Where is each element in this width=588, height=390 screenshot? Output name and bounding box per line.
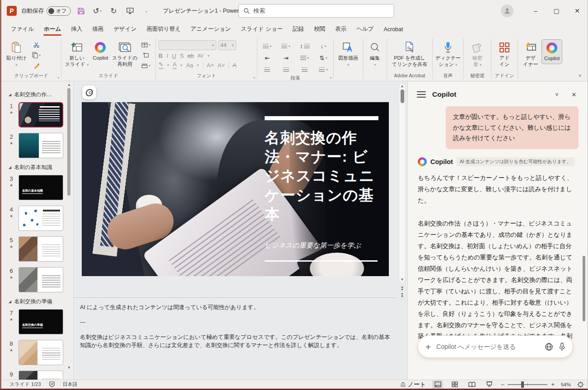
tab-animations[interactable]: アニメーション bbox=[186, 22, 236, 36]
shrink-font-button[interactable]: A˅ bbox=[218, 62, 225, 69]
slideshow-view-button[interactable] bbox=[484, 380, 495, 389]
search-box[interactable]: 検索 bbox=[238, 4, 394, 18]
highlight-button[interactable]: ✎ bbox=[159, 61, 163, 69]
slide-thumbnail-8[interactable]: 8★ bbox=[8, 340, 73, 365]
slide-thumbnail-9[interactable]: 9★ bbox=[8, 371, 73, 380]
slide-sorter-button[interactable] bbox=[449, 380, 460, 389]
align-left-button[interactable] bbox=[261, 65, 274, 74]
language-indicator[interactable]: 日本語 bbox=[63, 381, 78, 388]
reset-slide-button[interactable] bbox=[139, 51, 153, 60]
slide-thumbnail-5[interactable]: 5★ bbox=[8, 236, 73, 262]
copilot-scrollbar-thumb[interactable] bbox=[583, 256, 585, 321]
scroll-down-icon[interactable]: ▼ bbox=[399, 277, 405, 282]
dialog-launcher-icon[interactable]: ↘ bbox=[329, 75, 332, 80]
microphone-icon[interactable] bbox=[559, 343, 565, 351]
reading-view-button[interactable] bbox=[467, 380, 477, 389]
tab-record[interactable]: 記録 bbox=[288, 22, 309, 36]
scroll-down-icon[interactable]: ▼ bbox=[66, 366, 72, 370]
editor-scrollbar[interactable]: ▲ ▼ bbox=[399, 83, 406, 283]
save-button[interactable] bbox=[75, 5, 87, 17]
editing-button[interactable]: 編集 ˅ bbox=[365, 39, 385, 69]
section-header-1[interactable]: ◢名刺交換の作… bbox=[9, 91, 73, 99]
copilot-collapse-button[interactable]: ˅ bbox=[551, 89, 562, 100]
tab-help[interactable]: ヘルプ bbox=[351, 22, 378, 36]
dialog-launcher-icon[interactable]: ↘ bbox=[252, 75, 256, 80]
slide-thumbnail-1[interactable]: 1★ bbox=[8, 102, 73, 127]
copilot-pane-toggle[interactable]: Copilot bbox=[541, 39, 562, 64]
slide-thumbnail-4[interactable]: 4★ bbox=[8, 206, 73, 231]
slide-thumbnail-3[interactable]: 3★ 名刺の基本知識 bbox=[8, 175, 73, 200]
collapse-ribbon-chevron[interactable]: ˅ bbox=[579, 73, 581, 78]
maximize-button[interactable]: ▢ bbox=[546, 2, 567, 20]
tab-view[interactable]: 表示 bbox=[330, 22, 351, 36]
slide-layout-button[interactable]: ˅ bbox=[139, 40, 153, 49]
bullets-button[interactable]: ˅ bbox=[261, 42, 274, 51]
section-header-2[interactable]: ◢名刺の基本知識 bbox=[9, 164, 73, 171]
decrease-indent-button[interactable]: ⇤ bbox=[261, 53, 274, 62]
tab-review[interactable]: 校閲 bbox=[309, 22, 330, 36]
align-right-button[interactable] bbox=[298, 65, 312, 74]
sensitivity-button[interactable]: 秘密度 ˅ bbox=[467, 39, 487, 70]
grow-font-button[interactable]: A˄ bbox=[207, 62, 214, 69]
autosave-toggle[interactable]: 自動保存 オフ bbox=[21, 6, 71, 16]
minimize-button[interactable]: – bbox=[525, 2, 546, 20]
designer-button[interactable]: デザイナー bbox=[521, 39, 541, 70]
font-name-combobox[interactable]: ˅ bbox=[159, 40, 216, 50]
copilot-menu-button[interactable] bbox=[417, 91, 426, 98]
paste-button[interactable]: 貼り付け ˅ bbox=[4, 39, 29, 69]
tab-acrobat[interactable]: Acrobat bbox=[378, 23, 408, 36]
slide-title[interactable]: 名刺交換の作法・マナー: ビジネスコミュニケーションの基本 bbox=[265, 128, 383, 224]
shapes-button[interactable]: A 図形描画 ˅ bbox=[336, 39, 360, 69]
previous-slide-button[interactable]: ▲▲ bbox=[400, 286, 405, 291]
zoom-in-button[interactable]: + bbox=[551, 381, 555, 388]
clear-formatting-button[interactable]: A bbox=[233, 62, 237, 69]
columns-button[interactable]: ˅ bbox=[298, 53, 312, 62]
globe-icon[interactable] bbox=[545, 343, 553, 351]
ribbon-copilot-dropdown[interactable]: Copilot bbox=[90, 39, 110, 63]
line-spacing-button[interactable]: ↕ bbox=[298, 42, 312, 51]
strikethrough-button[interactable]: ab bbox=[187, 52, 194, 59]
numbering-button[interactable]: ˅ bbox=[279, 42, 293, 51]
next-slide-button[interactable]: ▼▼ bbox=[400, 293, 405, 298]
increase-indent-button[interactable]: ⇥ bbox=[279, 53, 293, 62]
new-slide-button[interactable]: 新しいスライド ˅ bbox=[64, 39, 89, 70]
align-text-button[interactable]: ⇅˅ bbox=[317, 53, 330, 62]
dictation-button[interactable]: ディクテーション ˅ bbox=[435, 39, 461, 70]
change-case-button[interactable]: Aa bbox=[186, 62, 193, 69]
copilot-message-input[interactable] bbox=[436, 343, 539, 350]
text-direction-button[interactable]: ↓˅ bbox=[317, 42, 330, 51]
tab-design[interactable]: デザイン bbox=[108, 22, 141, 36]
start-slideshow-button[interactable] bbox=[124, 5, 136, 17]
normal-view-button[interactable] bbox=[432, 380, 443, 389]
bold-button[interactable]: B bbox=[159, 52, 163, 59]
smartart-button[interactable]: ˅ bbox=[317, 65, 330, 74]
copilot-close-button[interactable]: ✕ bbox=[569, 89, 579, 100]
align-center-button[interactable] bbox=[279, 65, 293, 74]
tab-slideshow[interactable]: スライド ショー bbox=[236, 22, 288, 36]
dialog-launcher-icon[interactable]: ↘ bbox=[56, 75, 60, 80]
zoom-out-button[interactable]: – bbox=[501, 381, 504, 388]
tab-insert[interactable]: 挿入 bbox=[66, 22, 87, 36]
scroll-up-icon[interactable]: ▲ bbox=[399, 84, 405, 88]
font-color-button[interactable]: A bbox=[173, 61, 177, 69]
format-painter-button[interactable] bbox=[30, 61, 43, 70]
slide-thumbnail-2[interactable]: 2★ bbox=[8, 133, 73, 158]
notes-toggle-button[interactable]: ノート bbox=[400, 381, 426, 389]
create-pdf-button[interactable]: PDF を作成してリンクを共有 bbox=[390, 39, 429, 70]
accessibility-check-icon[interactable] bbox=[49, 381, 55, 387]
cut-button[interactable] bbox=[30, 40, 43, 49]
copilot-input-bar[interactable]: + bbox=[418, 335, 573, 358]
autosave-switch[interactable]: オフ bbox=[47, 6, 71, 16]
slide-thumbnail-7[interactable]: 7★ 名刺交換の準備 bbox=[8, 309, 73, 334]
quick-access-chevron[interactable]: ⌄ bbox=[140, 5, 152, 17]
underline-button[interactable]: U bbox=[172, 52, 176, 59]
section-header-3[interactable]: ◢名刺交換の準備 bbox=[9, 298, 73, 305]
font-size-combobox[interactable]: 44˅ bbox=[218, 40, 236, 50]
scrollbar-thumb[interactable] bbox=[67, 88, 70, 196]
italic-button[interactable]: I bbox=[166, 52, 168, 59]
zoom-percentage[interactable]: 54% bbox=[561, 382, 571, 387]
reuse-slides-button[interactable]: スライドの再利用 bbox=[111, 39, 138, 70]
thumbnail-scrollbar[interactable]: ▲ ▼ bbox=[66, 83, 72, 370]
slide-canvas[interactable]: 名刺交換の作法・マナー: ビジネスコミュニケーションの基本 ビジネスの重要な第一… bbox=[82, 102, 389, 276]
zoom-slider-thumb[interactable] bbox=[521, 381, 524, 388]
